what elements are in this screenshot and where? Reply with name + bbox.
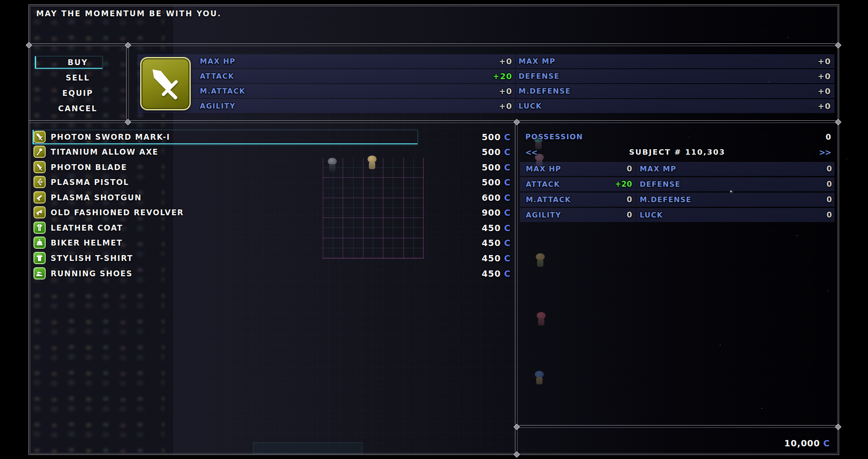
item-name: RUNNING SHOES <box>51 267 132 281</box>
gold-window: 10,000C <box>520 435 835 451</box>
divider-panel <box>515 120 518 455</box>
subject-nav-row: << SUBJECT # 110,303 >> <box>520 146 835 159</box>
stat-label: M.DEFENSE <box>519 84 571 98</box>
helmet-icon <box>33 237 46 249</box>
item-name: BIKER HELMET <box>51 236 123 250</box>
item-row[interactable]: PHOTON SWORD MARK-I 500C <box>33 130 511 144</box>
item-row[interactable]: PLASMA PISTOL 500C <box>33 175 511 189</box>
status-stat-row: MAX HP 0 MAX MP 0 <box>520 162 835 176</box>
currency-label: C <box>504 132 511 142</box>
stat-value: +20 <box>520 177 632 191</box>
stat-value: +0 <box>817 99 831 113</box>
item-name: STYLISH T-SHIRT <box>51 251 133 265</box>
stat-label: LUCK <box>640 208 663 222</box>
item-price: 500C <box>481 175 511 189</box>
possession-label: POSSESSION <box>525 131 583 143</box>
shirt-icon <box>33 252 46 264</box>
message-text: MAY THE MOMENTUM BE WITH YOU. <box>36 9 222 18</box>
item-name: PLASMA PISTOL <box>51 175 129 189</box>
revolver-icon <box>33 206 46 218</box>
stat-value: 0 <box>826 193 832 207</box>
axe-icon <box>33 146 46 158</box>
stat-label: DEFENSE <box>519 69 560 83</box>
currency-label: C <box>504 193 511 203</box>
item-name: PHOTON BLADE <box>51 161 127 175</box>
sword-icon <box>33 131 46 143</box>
item-row[interactable]: TITANIUM ALLOW AXE 500C <box>33 145 511 159</box>
currency-label: C <box>504 238 511 248</box>
item-row[interactable]: LEATHER COAT 450C <box>33 221 511 235</box>
item-name: LEATHER COAT <box>51 221 123 235</box>
npc-sprite <box>533 371 545 386</box>
divider-header <box>28 120 839 123</box>
stat-label: M.DEFENSE <box>640 193 692 207</box>
item-price: 450C <box>481 221 511 235</box>
preview-stat-row: AGILITY +0 LUCK +0 <box>137 99 835 113</box>
item-price: 600C <box>481 191 511 205</box>
npc-sprite <box>535 312 547 327</box>
currency-label: C <box>823 438 830 448</box>
stat-value: 0 <box>826 177 832 191</box>
currency-label: C <box>504 177 511 187</box>
item-row[interactable]: STYLISH T-SHIRT 450C <box>33 251 511 265</box>
divider-message <box>28 43 839 46</box>
item-row[interactable]: RUNNING SHOES 450C <box>33 267 511 281</box>
command-equip[interactable]: EQUIP <box>28 87 127 99</box>
stat-label: MAX MP <box>640 162 676 176</box>
stat-value: +0 <box>499 54 512 68</box>
stat-value: 0 <box>826 162 832 176</box>
stat-value: 0 <box>826 208 832 222</box>
command-cancel[interactable]: CANCEL <box>28 102 127 115</box>
status-stat-row: AGILITY 0 LUCK 0 <box>520 208 835 222</box>
preview-stat-row: MAX HP +0 MAX MP +0 <box>137 54 835 68</box>
gun-icon <box>33 191 46 203</box>
item-price: 500C <box>481 145 511 159</box>
sword-icon <box>140 57 191 110</box>
item-name: OLD FASHIONED REVOLVER <box>51 206 184 220</box>
item-row[interactable]: OLD FASHIONED REVOLVER 900C <box>33 206 511 220</box>
npc-sprite <box>534 253 546 269</box>
stat-label: MAX MP <box>519 54 556 68</box>
stat-value: 0 <box>520 162 632 176</box>
possession-value: 0 <box>826 131 831 143</box>
gold-value: 10,000C <box>784 435 830 451</box>
preview-stat-row: ATTACK +20 DEFENSE +0 <box>137 69 835 83</box>
stat-label: MAX HP <box>200 54 236 68</box>
item-row[interactable]: PLASMA SHOTGUN 600C <box>33 191 511 205</box>
preview-stat-row: M.ATTACK +0 M.DEFENSE +0 <box>137 84 835 98</box>
currency-label: C <box>504 253 511 263</box>
shoes-icon <box>33 267 46 279</box>
item-price: 450C <box>481 236 511 250</box>
command-buy[interactable]: BUY <box>28 56 127 69</box>
item-price: 500C <box>481 130 511 144</box>
next-subject-button[interactable]: >> <box>819 146 831 159</box>
map-console-backdrop <box>253 442 363 454</box>
status-stat-row: ATTACK +20 DEFENSE 0 <box>520 177 835 191</box>
item-name: TITANIUM ALLOW AXE <box>51 145 159 159</box>
command-sell[interactable]: SELL <box>28 71 127 84</box>
item-price: 450C <box>481 267 511 281</box>
item-row[interactable]: BIKER HELMET 450C <box>33 236 511 250</box>
stat-label: AGILITY <box>200 99 236 113</box>
item-price: 500C <box>481 161 511 175</box>
item-name: PHOTON SWORD MARK-I <box>51 130 170 144</box>
stat-label: LUCK <box>519 99 542 113</box>
item-row[interactable]: PHOTON BLADE 500C <box>33 161 511 175</box>
bow-icon <box>33 176 46 188</box>
stat-label: M.ATTACK <box>200 84 245 98</box>
item-price: 900C <box>481 206 511 220</box>
shop-screen: MAY THE MOMENTUM BE WITH YOU. BUY SELL E… <box>0 0 868 459</box>
item-price: 450C <box>481 251 511 265</box>
stat-value: +20 <box>493 69 512 83</box>
coat-icon <box>33 222 46 234</box>
divider-gold <box>515 425 839 428</box>
stat-value: 0 <box>520 208 632 222</box>
dagger-icon <box>33 161 46 173</box>
stat-label: ATTACK <box>200 69 234 83</box>
stat-value: +0 <box>499 99 512 113</box>
subject-name: SUBJECT # 110,303 <box>520 146 835 159</box>
stat-value: +0 <box>817 54 831 68</box>
stat-label: DEFENSE <box>640 177 680 191</box>
item-name: PLASMA SHOTGUN <box>51 191 142 205</box>
stat-value: +0 <box>817 84 831 98</box>
